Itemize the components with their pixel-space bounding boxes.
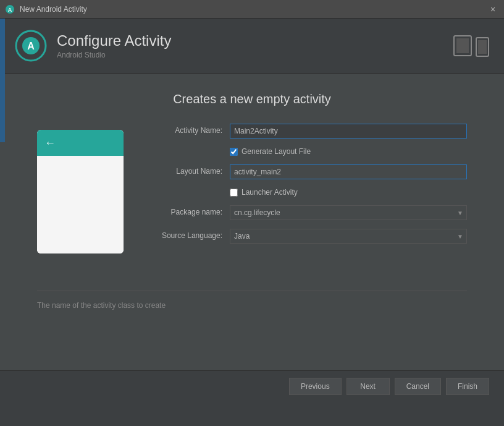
previous-button[interactable]: Previous	[289, 378, 342, 395]
package-name-row: Package name: cn.cg.lifecycle ▼	[148, 205, 467, 220]
source-language-select[interactable]: Java Kotlin	[230, 229, 467, 244]
launcher-activity-row: Launcher Activity	[230, 188, 467, 197]
tablet-icon	[453, 35, 477, 56]
finish-button[interactable]: Finish	[446, 378, 489, 395]
android-studio-icon: A	[5, 4, 15, 14]
phone-icon	[476, 37, 489, 57]
header-subtitle: Android Studio	[57, 51, 171, 59]
source-language-label: Source Language:	[148, 229, 222, 240]
source-language-select-wrapper: Java Kotlin ▼	[230, 229, 467, 244]
generate-layout-checkbox[interactable]	[230, 148, 238, 156]
header-title: Configure Activity	[57, 32, 171, 49]
svg-rect-6	[456, 38, 469, 53]
next-button[interactable]: Next	[346, 378, 390, 395]
svg-text:A: A	[27, 41, 35, 51]
layout-name-row: Layout Name:	[148, 164, 467, 179]
footer: Previous Next Cancel Finish	[0, 370, 504, 401]
phone-back-icon: ←	[44, 137, 56, 150]
generate-layout-row: Generate Layout File	[230, 147, 467, 156]
description-text: The name of the activity class to create	[37, 291, 467, 310]
svg-rect-8	[478, 40, 487, 54]
phone-mockup: ←	[37, 130, 124, 253]
window-title: New Android Activity	[20, 5, 490, 14]
package-name-select[interactable]: cn.cg.lifecycle	[230, 205, 467, 220]
package-name-label: Package name:	[148, 205, 222, 216]
cancel-button[interactable]: Cancel	[395, 378, 441, 395]
layout-name-input[interactable]	[230, 164, 467, 179]
phone-body	[37, 156, 124, 253]
layout-name-label: Layout Name:	[148, 164, 222, 176]
close-button[interactable]: ×	[490, 5, 499, 14]
launcher-activity-checkbox[interactable]	[230, 189, 238, 197]
app-logo: A	[15, 30, 47, 62]
title-bar: A New Android Activity ×	[0, 0, 504, 19]
package-name-select-wrapper: cn.cg.lifecycle ▼	[230, 205, 467, 220]
header: A Configure Activity Android Studio	[0, 19, 504, 74]
header-left: A Configure Activity Android Studio	[15, 30, 171, 62]
section-title: Creates a new empty activity	[37, 92, 467, 106]
svg-text:A: A	[8, 7, 12, 13]
form-fields: Activity Name: Generate Layout File Layo…	[148, 124, 467, 252]
activity-name-row: Activity Name:	[148, 124, 467, 138]
left-edge-bar	[0, 19, 5, 142]
source-language-row: Source Language: Java Kotlin ▼	[148, 229, 467, 244]
activity-name-label: Activity Name:	[148, 124, 222, 135]
activity-name-input[interactable]	[230, 124, 467, 138]
header-text: Configure Activity Android Studio	[57, 32, 171, 59]
header-devices	[453, 35, 489, 57]
form-area: ← Activity Name: Generate Layout File La…	[37, 124, 467, 253]
launcher-activity-label[interactable]: Launcher Activity	[242, 188, 298, 197]
phone-toolbar: ←	[37, 130, 124, 156]
main-content: Creates a new empty activity ← Activity …	[0, 74, 504, 370]
generate-layout-label[interactable]: Generate Layout File	[242, 147, 311, 156]
